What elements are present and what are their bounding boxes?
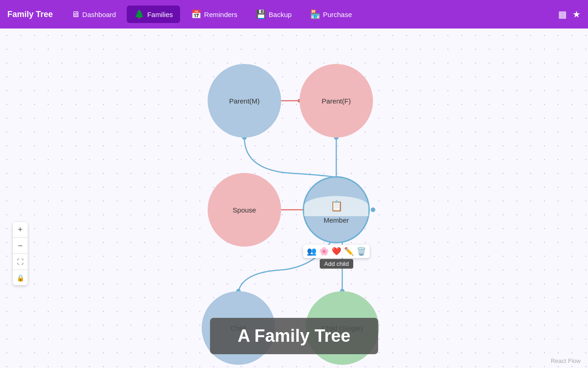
nav-purchase-label: Purchase [323, 11, 352, 18]
nav-backup[interactable]: 💾 Backup [249, 6, 299, 23]
action-icons-row: 👥 🌸 ❤️ ✏️ 🗑️ [303, 245, 370, 258]
navbar: Family Tree 🖥 Dashboard 🌲 Families 📅 Rem… [0, 0, 588, 29]
node-parent-f[interactable]: Parent(F) [300, 64, 373, 138]
zoom-controls: + − ⛶ 🔒 [13, 222, 28, 285]
purchase-icon: 🏪 [310, 9, 320, 19]
node-child[interactable]: Child [202, 291, 275, 365]
zoom-divider-2 [13, 253, 28, 254]
add-spouse-icon[interactable]: 🌸 [319, 247, 329, 256]
favorite-icon[interactable]: ❤️ [332, 247, 341, 256]
zoom-lock-button[interactable]: 🔒 [13, 270, 28, 285]
zoom-out-button[interactable]: − [13, 238, 28, 253]
backup-icon: 💾 [256, 9, 266, 19]
node-parent-m[interactable]: Parent(M) [208, 64, 281, 138]
connections-svg [0, 29, 588, 368]
nav-dashboard[interactable]: 🖥 Dashboard [64, 6, 123, 23]
nav-right-controls: ▦ ★ [558, 9, 581, 20]
node-child-single[interactable]: Child (Single) [305, 291, 379, 365]
star-icon-button[interactable]: ★ [572, 9, 581, 20]
add-children-icon[interactable]: 👥 [307, 247, 317, 256]
nav-purchase[interactable]: 🏪 Purchase [303, 6, 359, 23]
nav-backup-label: Backup [269, 11, 292, 18]
zoom-in-button[interactable]: + [13, 222, 28, 237]
nav-reminders-label: Reminders [204, 11, 237, 18]
reminders-icon: 📅 [191, 9, 201, 19]
zoom-divider-3 [13, 270, 28, 270]
add-child-button[interactable]: Add child [320, 259, 353, 269]
member-label: Member [323, 216, 349, 224]
node-spouse[interactable]: Spouse [208, 173, 281, 247]
nav-dashboard-label: Dashboard [82, 11, 116, 18]
nav-families[interactable]: 🌲 Families [127, 6, 180, 23]
zoom-divider-1 [13, 237, 28, 238]
node-member[interactable]: 📋 Member [304, 178, 368, 242]
edit-icon[interactable]: ✏️ [344, 247, 354, 256]
delete-icon[interactable]: 🗑️ [356, 247, 366, 256]
zoom-fit-button[interactable]: ⛶ [13, 254, 28, 269]
svg-point-5 [371, 207, 375, 212]
member-notepad-icon: 📋 [330, 200, 343, 212]
nav-reminders[interactable]: 📅 Reminders [184, 6, 245, 23]
react-flow-label: React Flow [551, 357, 581, 364]
family-tree-canvas: Parent(M) Parent(F) Spouse 📋 Member 👥 🌸 … [0, 29, 588, 368]
dashboard-icon: 🖥 [71, 10, 79, 19]
families-icon: 🌲 [134, 9, 144, 19]
action-bar: 👥 🌸 ❤️ ✏️ 🗑️ Add child [303, 245, 370, 269]
app-title: Family Tree [7, 10, 53, 19]
member-icon-area: 📋 [304, 196, 368, 216]
grid-icon-button[interactable]: ▦ [558, 9, 567, 20]
nav-families-label: Families [147, 11, 173, 18]
